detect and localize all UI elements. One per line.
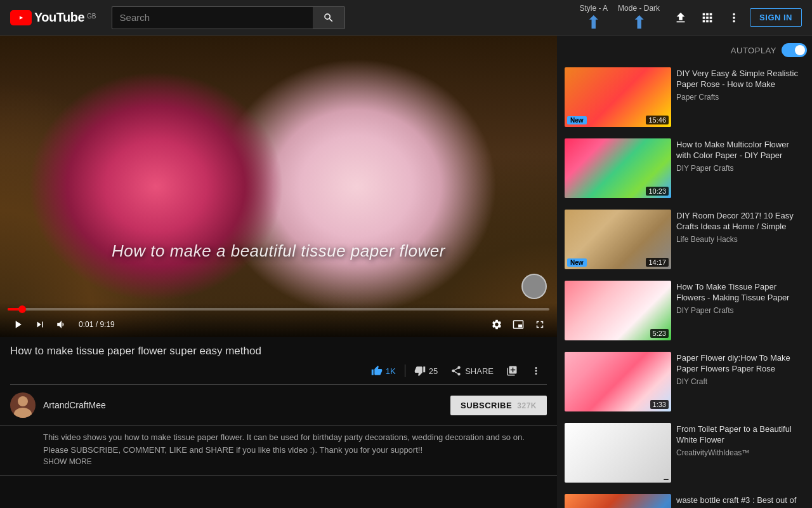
yt-logo-icon	[10, 10, 32, 25]
sidebar-channel-3: Life Beauty Hacks	[676, 235, 804, 244]
video-overlay-text: How to make a beautiful tissue paper flo…	[112, 241, 445, 261]
sidebar-thumb-2: 10:23	[565, 138, 671, 198]
sidebar-channel-2: DIY Paper Crafts	[676, 164, 804, 173]
sidebar-title-7: waste bottle craft #3 : Best out of wast…	[676, 495, 804, 508]
more-options-button[interactable]	[723, 7, 745, 29]
like-count: 1K	[386, 366, 396, 376]
right-controls	[487, 316, 549, 333]
autoplay-label: AUTOPLAY	[731, 46, 776, 55]
upload-button[interactable]	[670, 7, 691, 29]
video-title: How to make tissue paper flower super ea…	[10, 345, 547, 358]
description: This video shows you how to make tissue …	[0, 426, 557, 476]
search-input[interactable]	[112, 6, 313, 29]
style-arrow-icon: ⬆	[586, 14, 601, 32]
sidebar: AUTOPLAY 15:46 New DIY Very Easy & Simpl…	[557, 36, 812, 508]
sidebar-title-3: DIY Room Decor 2017! 10 Easy Crafts Idea…	[676, 211, 804, 232]
sidebar-video-item-4[interactable]: 5:23 How To Make Tissue Paper Flowers - …	[562, 278, 807, 343]
miniplayer-button[interactable]	[509, 316, 528, 333]
controls-row: 0:01 / 9:19	[8, 316, 549, 333]
share-label: SHARE	[465, 366, 494, 376]
sidebar-thumb-6	[565, 423, 671, 483]
thumb-duration-6	[664, 479, 669, 480]
share-button[interactable]: SHARE	[445, 363, 499, 379]
sidebar-video-info-6: From Toilet Paper to a Beautiful White F…	[676, 423, 804, 483]
sidebar-thumb-5: 1:33	[565, 352, 671, 411]
dislike-button[interactable]: 25	[409, 363, 443, 379]
volume-button[interactable]	[52, 316, 71, 333]
sidebar-video-info-7: waste bottle craft #3 : Best out of wast…	[676, 494, 804, 508]
video-info: How to make tissue paper flower super ea…	[0, 337, 557, 385]
youtube-logo[interactable]: YouTube GB	[10, 10, 96, 25]
mode-arrow-icon: ⬆	[632, 14, 646, 32]
new-badge-1: New	[567, 116, 587, 124]
sidebar-title-2: How to Make Multicolor Flower with Color…	[676, 140, 804, 161]
sidebar-video-info-1: DIY Very Easy & Simple Realistic Paper R…	[676, 67, 804, 127]
sidebar-title-1: DIY Very Easy & Simple Realistic Paper R…	[676, 69, 804, 90]
sign-in-button[interactable]: SIGN IN	[750, 8, 802, 27]
sidebar-title-5: Paper Flower diy:How To Make Paper Flowe…	[676, 353, 804, 375]
subscribe-button[interactable]: SUBSCRIBE 327K	[450, 396, 547, 415]
search-container	[112, 6, 346, 29]
sidebar-video-item-6[interactable]: From Toilet Paper to a Beautiful White F…	[562, 420, 807, 485]
sidebar-thumb-4: 5:23	[565, 281, 671, 340]
style-label: Style - A	[579, 4, 608, 13]
thumb-duration-5: 1:33	[650, 400, 669, 409]
sidebar-thumb-1: 15:46 New	[565, 67, 671, 127]
header: YouTube GB Style - A ⬆ Mode - Dark ⬆	[0, 0, 812, 36]
autoplay-row: AUTOPLAY	[562, 41, 807, 65]
progress-dot	[18, 305, 26, 313]
settings-button[interactable]	[487, 316, 506, 333]
sidebar-video-info-4: How To Make Tissue Paper Flowers - Makin…	[676, 281, 804, 340]
autoplay-toggle[interactable]	[782, 43, 807, 57]
sidebar-thumb-7	[565, 494, 671, 508]
sidebar-video-item-5[interactable]: 1:33 Paper Flower diy:How To Make Paper …	[562, 349, 807, 414]
mode-button[interactable]: Mode - Dark ⬆	[618, 4, 660, 32]
sidebar-video-info-2: How to Make Multicolor Flower with Color…	[676, 138, 804, 198]
sidebar-title-4: How To Make Tissue Paper Flowers - Makin…	[676, 282, 804, 304]
channel-name[interactable]: ArtandCraftMee	[43, 400, 106, 410]
logo-text: YouTube	[34, 10, 84, 25]
style-mode-group: Style - A ⬆ Mode - Dark ⬆	[579, 4, 660, 32]
thumb-duration-2: 10:23	[646, 187, 669, 196]
svg-point-4	[18, 396, 28, 406]
play-button[interactable]	[8, 316, 28, 333]
sidebar-video-item-1[interactable]: 15:46 New DIY Very Easy & Simple Realist…	[562, 65, 807, 130]
subscriber-count: 327K	[517, 401, 537, 410]
header-actions: Style - A ⬆ Mode - Dark ⬆ SIGN IN	[579, 4, 802, 32]
next-button[interactable]	[30, 316, 49, 333]
thumb-duration-4: 5:23	[650, 329, 669, 338]
more-video-options-button[interactable]	[525, 363, 547, 379]
add-to-button[interactable]	[501, 363, 523, 379]
channel-avatar[interactable]	[10, 392, 36, 418]
video-controls: 0:01 / 9:19	[0, 303, 557, 337]
thumb-duration-1: 15:46	[646, 116, 669, 124]
progress-fill	[8, 308, 18, 311]
svg-point-5	[14, 408, 32, 418]
apps-button[interactable]	[697, 7, 718, 29]
style-button[interactable]: Style - A ⬆	[579, 4, 608, 32]
sidebar-video-info-3: DIY Room Decor 2017! 10 Easy Crafts Idea…	[676, 210, 804, 269]
search-button[interactable]	[313, 6, 345, 29]
mode-label: Mode - Dark	[618, 4, 660, 13]
time-display: 0:01 / 9:19	[79, 320, 115, 329]
action-buttons: 1K 25 SHARE	[366, 363, 547, 379]
show-more-button[interactable]: SHOW MORE	[43, 456, 547, 467]
progress-bar[interactable]	[8, 308, 549, 311]
channel-row: ArtandCraftMee SUBSCRIBE 327K	[0, 385, 557, 426]
toggle-knob	[795, 45, 805, 55]
flower-background	[0, 36, 557, 337]
video-thumbnail[interactable]: How to make a beautiful tissue paper flo…	[0, 36, 557, 337]
sidebar-thumb-3: 14:17 New	[565, 210, 671, 269]
sidebar-video-item-7[interactable]: waste bottle craft #3 : Best out of wast…	[562, 491, 807, 508]
main-content: How to make a beautiful tissue paper flo…	[0, 36, 812, 508]
channel-watermark	[521, 274, 547, 299]
sidebar-video-item-2[interactable]: 10:23 How to Make Multicolor Flower with…	[562, 136, 807, 201]
sidebar-channel-4: DIY Paper Crafts	[676, 306, 804, 315]
fullscreen-button[interactable]	[530, 316, 549, 333]
dislike-count: 25	[429, 366, 438, 376]
sidebar-video-item-3[interactable]: 14:17 New DIY Room Decor 2017! 10 Easy C…	[562, 207, 807, 272]
new-badge-3: New	[567, 258, 587, 267]
logo-gb: GB	[87, 13, 96, 20]
like-button[interactable]: 1K	[366, 363, 401, 379]
sidebar-channel-5: DIY Craft	[676, 377, 804, 386]
